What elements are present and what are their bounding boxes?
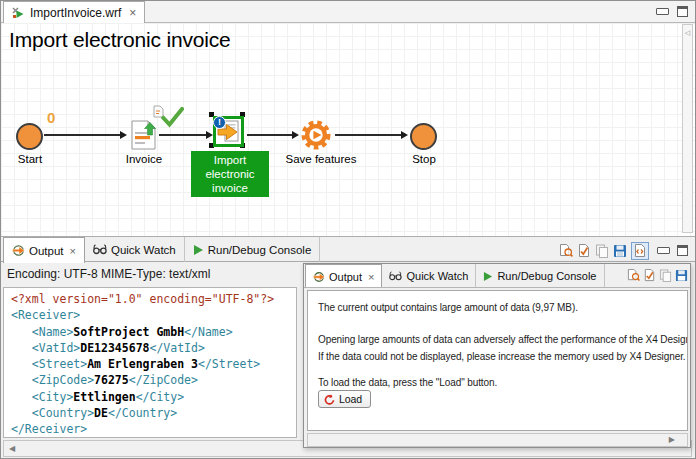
palette-collapse-strip[interactable]: ◁ bbox=[682, 24, 693, 233]
xml-line: <?xml version="1.0" encoding="UTF-8"?> bbox=[11, 291, 292, 307]
close-icon[interactable]: × bbox=[129, 6, 136, 20]
glasses-icon bbox=[389, 271, 402, 281]
copy-icon[interactable] bbox=[659, 269, 672, 282]
flow-connector bbox=[159, 134, 206, 136]
info-badge-icon: ! bbox=[213, 116, 226, 129]
flow-arrowhead-icon bbox=[401, 131, 408, 139]
node-stop[interactable] bbox=[410, 123, 437, 150]
flow-connector bbox=[247, 134, 292, 136]
float-tab-output[interactable]: Output × bbox=[305, 264, 382, 288]
scroll-right-icon[interactable]: ▶ bbox=[669, 435, 675, 444]
xml-line: <Street>Am Erlengraben 3</Street> bbox=[11, 356, 292, 372]
tab-run-debug-console[interactable]: Run/Debug Console bbox=[185, 237, 321, 262]
output-panel-toolbar bbox=[559, 242, 649, 260]
output-icon bbox=[313, 271, 325, 283]
tab-importinvoice[interactable]: ImportInvoice.wrf × bbox=[3, 1, 145, 23]
edge-count-badge: 0 bbox=[47, 109, 55, 126]
flow-connector bbox=[335, 134, 401, 136]
float-tab-run-debug-console-label: Run/Debug Console bbox=[497, 270, 596, 282]
xml-line: <Country>DE</Country> bbox=[11, 405, 292, 421]
start-label: Start bbox=[8, 153, 52, 165]
xml-view[interactable]: <?xml version="1.0" encoding="UTF-8"?><R… bbox=[3, 287, 297, 438]
panel-window-controls bbox=[657, 245, 688, 256]
load-button-label: Load bbox=[339, 393, 362, 405]
stop-label: Stop bbox=[401, 153, 447, 165]
collapse-left-icon[interactable]: ◁ bbox=[683, 25, 692, 40]
float-tab-run-debug-console[interactable]: Run/Debug Console bbox=[476, 264, 604, 288]
glasses-icon bbox=[93, 244, 107, 255]
validate-document-icon[interactable] bbox=[643, 269, 656, 282]
panel-minimize-icon[interactable] bbox=[657, 247, 670, 254]
message-line: If the data could not be displayed, plea… bbox=[318, 351, 685, 362]
xml-line: <Receiver> bbox=[11, 307, 292, 323]
floating-output-panel: Output × Quick Watch Run/Debug Console bbox=[303, 263, 691, 448]
node-start[interactable] bbox=[16, 123, 43, 150]
message-line: Opening large amounts of data can advers… bbox=[318, 334, 688, 345]
panel-maximize-icon[interactable] bbox=[677, 245, 688, 256]
scroll-left-icon[interactable]: ◀ bbox=[9, 444, 15, 453]
view-source-button[interactable] bbox=[631, 242, 649, 260]
maximize-icon[interactable] bbox=[677, 6, 688, 17]
save-features-label: Save features bbox=[280, 153, 362, 165]
tab-output-label: Output bbox=[29, 245, 64, 257]
xml-line: <ZipCode>76275</ZipCode> bbox=[11, 372, 292, 388]
save-icon[interactable] bbox=[675, 269, 688, 282]
copy-icon[interactable] bbox=[595, 244, 609, 258]
run-play-icon bbox=[193, 244, 204, 256]
import-node-label: Import electronic invoice bbox=[191, 151, 269, 197]
encoding-label: Encoding: UTF-8 MIME-Type: text/xml bbox=[7, 267, 210, 281]
output-panel-tab-bar: Output × Quick Watch Run/Debug Console bbox=[1, 236, 695, 262]
workflow-title: Import electronic invoice bbox=[9, 28, 230, 52]
float-horizontal-scrollbar[interactable]: ▶ bbox=[307, 433, 688, 447]
message-line: The current output contains large amount… bbox=[318, 302, 578, 313]
editor-tab-title: ImportInvoice.wrf bbox=[30, 6, 121, 20]
large-data-message-view: The current output contains large amount… bbox=[307, 290, 688, 431]
float-toolbar bbox=[627, 269, 688, 282]
source-code-icon bbox=[633, 244, 647, 258]
xml-line: <City>Ettlingen</City> bbox=[11, 389, 292, 405]
close-icon[interactable]: × bbox=[70, 245, 76, 257]
xml-line: <VatId>DE12345678</VatId> bbox=[11, 340, 292, 356]
save-features-gear-icon[interactable] bbox=[299, 118, 333, 152]
editor-window-controls bbox=[656, 6, 688, 17]
invoice-document-icon[interactable] bbox=[131, 120, 157, 150]
validate-document-icon[interactable] bbox=[577, 244, 591, 258]
load-icon bbox=[324, 394, 335, 405]
flow-arrowhead-icon bbox=[120, 131, 127, 139]
workflow-file-icon bbox=[12, 6, 25, 19]
xml-line: <Name>SoftProject GmbH</Name> bbox=[11, 324, 292, 340]
load-button[interactable]: Load bbox=[318, 390, 371, 408]
x4-designer-window: ImportInvoice.wrf × Import electronic in… bbox=[0, 0, 696, 459]
float-tab-quick-watch[interactable]: Quick Watch bbox=[382, 264, 476, 288]
float-tab-output-label: Output bbox=[329, 271, 362, 283]
node-import-electronic-invoice[interactable]: ! bbox=[213, 116, 244, 147]
preview-document-icon[interactable] bbox=[627, 269, 640, 282]
float-tab-bar: Output × Quick Watch Run/Debug Console bbox=[304, 264, 690, 288]
message-line: To load the data, press the "Load" butto… bbox=[318, 377, 497, 388]
minimize-icon[interactable] bbox=[656, 8, 669, 15]
xml-line: </Receiver> bbox=[11, 421, 292, 437]
flow-connector bbox=[44, 134, 120, 136]
output-panel-body: Encoding: UTF-8 MIME-Type: text/xml <?xm… bbox=[1, 262, 695, 459]
run-play-icon bbox=[483, 271, 493, 282]
preview-document-icon[interactable] bbox=[559, 244, 573, 258]
tab-quick-watch-label: Quick Watch bbox=[111, 244, 176, 256]
close-icon[interactable]: × bbox=[368, 271, 374, 283]
success-check-icon bbox=[161, 107, 184, 128]
float-tab-quick-watch-label: Quick Watch bbox=[406, 270, 468, 282]
tab-output[interactable]: Output × bbox=[3, 237, 85, 263]
editor-tab-bar: ImportInvoice.wrf × bbox=[1, 1, 695, 23]
flow-arrowhead-icon bbox=[292, 131, 299, 139]
invoice-label: Invoice bbox=[110, 153, 178, 165]
flow-arrowhead-icon bbox=[206, 131, 213, 139]
workflow-canvas: Import electronic invoice ◁ Start 0 bbox=[1, 23, 695, 236]
tab-quick-watch[interactable]: Quick Watch bbox=[85, 237, 185, 262]
save-icon[interactable] bbox=[613, 244, 627, 258]
output-icon bbox=[12, 244, 25, 257]
tab-run-debug-console-label: Run/Debug Console bbox=[208, 244, 312, 256]
